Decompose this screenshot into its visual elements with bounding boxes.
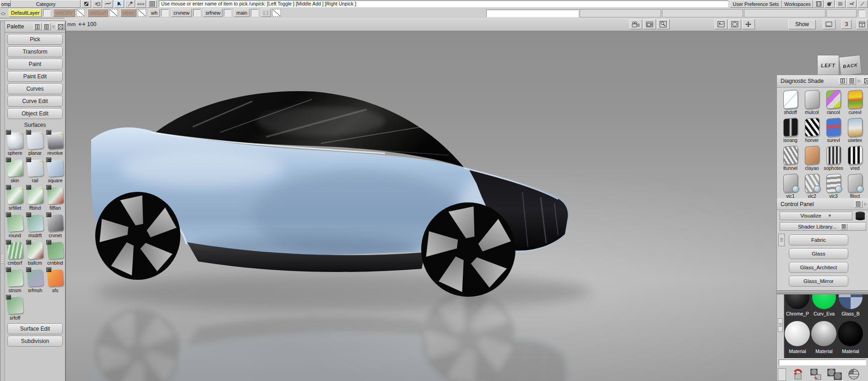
grid-icon[interactable] bbox=[835, 0, 846, 8]
shader-swatch[interactable]: Curv_Eva bbox=[811, 294, 837, 318]
surface-tool-button[interactable]: → msdrft bbox=[26, 212, 45, 239]
zoom-magnifier-icon[interactable] bbox=[657, 19, 670, 29]
layer-visibility-diagonal-icon[interactable] bbox=[272, 9, 281, 16]
pan-track-icon[interactable] bbox=[742, 19, 755, 29]
category-button[interactable]: Category bbox=[11, 0, 81, 8]
more-options-icon[interactable]: ooo bbox=[136, 0, 146, 8]
close-icon[interactable] bbox=[863, 77, 868, 85]
layer-toggle-box[interactable] bbox=[224, 9, 231, 16]
shader-swatch[interactable]: Glass_B bbox=[837, 294, 864, 318]
diagnostic-shader-button[interactable]: surevl bbox=[823, 115, 844, 143]
layer-button[interactable]: wh bbox=[149, 9, 160, 17]
tool-option-box-icon[interactable] bbox=[46, 185, 51, 190]
palette-titlebar[interactable]: Palette ▽ bbox=[5, 21, 65, 33]
surface-tool-button[interactable]: → sphere bbox=[5, 130, 25, 157]
surface-tool-button[interactable]: → cmbsrf bbox=[5, 239, 25, 267]
tool-option-box-icon[interactable] bbox=[46, 240, 51, 245]
diagnostic-shader-button[interactable]: clayao bbox=[801, 143, 823, 171]
assign-shader-icon[interactable] bbox=[809, 368, 823, 381]
palette-section-button[interactable]: Surface Edit bbox=[7, 323, 63, 334]
surface-tool-button[interactable]: → srfmsh bbox=[26, 267, 45, 294]
shader-swatch[interactable]: Material bbox=[811, 318, 837, 356]
workspaces-button[interactable]: Workspaces bbox=[782, 0, 813, 8]
layer-visibility-diagonal-icon[interactable] bbox=[109, 9, 118, 16]
view-tab-left[interactable]: LEFT bbox=[817, 55, 839, 76]
tool-option-box-icon[interactable] bbox=[26, 185, 31, 190]
layer-button[interactable]: oldSurf bbox=[87, 9, 108, 17]
pane-count-button[interactable]: 3 bbox=[841, 20, 852, 29]
tool-option-box-icon[interactable] bbox=[6, 130, 11, 135]
surface-tool-button[interactable]: → stnsm bbox=[5, 267, 25, 294]
render-ball-icon[interactable] bbox=[825, 0, 835, 8]
texture-sphere-icon[interactable] bbox=[847, 368, 861, 381]
shader-category-button[interactable]: Glass bbox=[789, 248, 848, 259]
window-layout-icon[interactable] bbox=[814, 0, 824, 8]
surface-tool-button[interactable]: → filflan bbox=[46, 185, 65, 212]
tool-option-box-icon[interactable] bbox=[46, 267, 51, 272]
show-menu-button[interactable]: Show bbox=[788, 20, 816, 29]
tool-option-box-icon[interactable] bbox=[6, 212, 11, 217]
perspective-viewport[interactable] bbox=[65, 18, 868, 381]
surface-tool-button[interactable]: → ffblnd bbox=[26, 185, 45, 212]
shade-toggle-icon[interactable] bbox=[715, 19, 727, 29]
snap-cursor-icon[interactable] bbox=[125, 0, 135, 8]
layer-toggle-box[interactable] bbox=[161, 9, 168, 16]
view-tab-back[interactable]: BACK bbox=[839, 55, 862, 76]
empty-layer-slot[interactable] bbox=[826, 9, 857, 17]
prompt-left-tab[interactable]: omp bbox=[0, 0, 11, 8]
diagnostic-shader-button[interactable]: vic2 bbox=[801, 171, 823, 198]
diagnostic-shader-button[interactable]: ltunnel bbox=[780, 143, 801, 171]
surface-tool-button[interactable]: → crnblnd bbox=[46, 239, 65, 267]
camera-icon[interactable] bbox=[643, 19, 656, 29]
tray-scroll-edge[interactable]: ☰ bbox=[777, 294, 784, 358]
layer-button[interactable]: oldCRV bbox=[53, 9, 75, 17]
menu-lines-icon[interactable] bbox=[147, 0, 157, 8]
layer-button[interactable]: crvnew bbox=[171, 9, 192, 17]
diagnostic-shader-button[interactable]: isoang bbox=[780, 115, 801, 143]
layer-button[interactable]: main bbox=[234, 9, 250, 17]
layer-name-field[interactable] bbox=[486, 10, 579, 17]
prompt-line[interactable]: Use mouse or enter name of item to pick … bbox=[159, 0, 728, 7]
ruler-icon[interactable] bbox=[823, 19, 835, 29]
layer-button[interactable]: other bbox=[120, 9, 136, 17]
diagnostic-shader-button[interactable]: filoct bbox=[844, 171, 866, 198]
diagnostic-shader-button[interactable]: mulcol bbox=[801, 87, 823, 115]
revert-shader-icon[interactable] bbox=[791, 368, 805, 381]
window-split-icon[interactable] bbox=[857, 19, 868, 29]
palette-section-button[interactable]: Subdivision bbox=[7, 336, 63, 347]
shader-library-button[interactable]: Shader Library... bbox=[780, 222, 866, 231]
tool-option-box-icon[interactable] bbox=[26, 130, 31, 135]
tool-option-box-icon[interactable] bbox=[26, 240, 31, 245]
tool-option-box-icon[interactable] bbox=[6, 267, 11, 272]
diagnostic-shader-button[interactable]: curevl bbox=[844, 87, 866, 115]
layer-toggle-box[interactable] bbox=[251, 9, 258, 16]
tool-option-box-icon[interactable] bbox=[46, 130, 51, 135]
surface-tool-button[interactable]: → revolve bbox=[46, 130, 65, 157]
diagnostic-shader-button[interactable]: sophotes bbox=[823, 143, 844, 171]
close-icon[interactable] bbox=[56, 23, 65, 30]
expand-triangle-icon[interactable]: ▷ bbox=[858, 79, 861, 83]
palette-section-button[interactable]: Curves bbox=[7, 83, 63, 94]
empty-layer-slot[interactable] bbox=[744, 9, 825, 17]
tool-option-box-icon[interactable] bbox=[6, 158, 11, 162]
cut-toolbar-icon[interactable] bbox=[857, 0, 868, 8]
surface-tool-button[interactable]: → skin bbox=[5, 157, 25, 185]
diagnostic-shader-button[interactable]: vic3 bbox=[823, 171, 844, 198]
category-grip-handle[interactable]: ☰ bbox=[778, 234, 785, 246]
surface-tool-button[interactable]: → square bbox=[46, 157, 65, 185]
collapse-triangle-icon[interactable]: ▽ bbox=[52, 25, 55, 29]
shader-category-button[interactable]: Glass_Architect bbox=[789, 262, 848, 273]
layer-button[interactable]: srfnew bbox=[203, 9, 222, 17]
surface-tool-button[interactable]: → srfillet bbox=[5, 185, 25, 212]
visualize-dropdown[interactable]: Visualize ▼ bbox=[780, 212, 852, 220]
tool-option-box-icon[interactable] bbox=[26, 212, 31, 217]
diagnostic-shader-button[interactable]: vred bbox=[844, 143, 866, 171]
resize-vertical-icon[interactable] bbox=[33, 23, 42, 30]
palette-section-button[interactable]: Curve Edit bbox=[7, 96, 63, 107]
shader-swatch[interactable]: Material bbox=[837, 318, 864, 356]
palette-section-button[interactable]: Object Edit bbox=[7, 108, 63, 119]
palette-section-button[interactable]: Pick bbox=[7, 34, 63, 45]
panel-menu-icon[interactable] bbox=[848, 77, 856, 85]
layer-toggle-box[interactable] bbox=[43, 9, 50, 16]
palette-section-button[interactable]: Paint Edit bbox=[7, 71, 63, 82]
